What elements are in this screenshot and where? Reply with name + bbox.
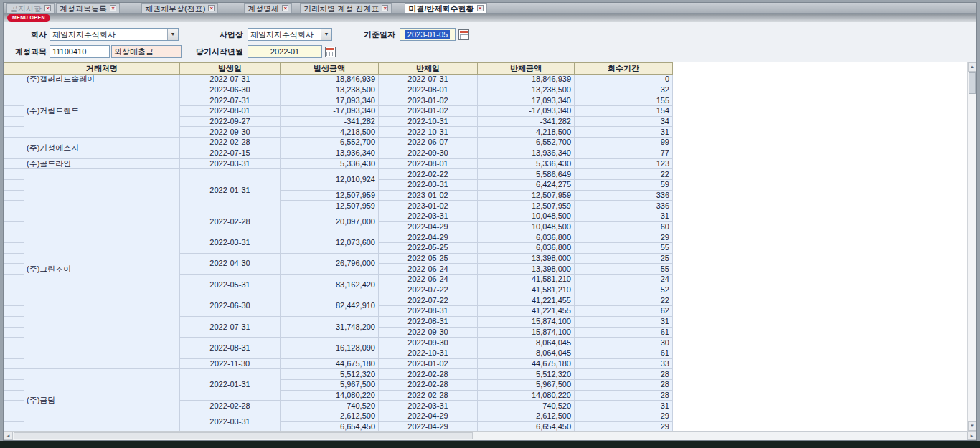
period-start-input[interactable]: 2022-01 bbox=[248, 45, 322, 58]
row-header-cell[interactable] bbox=[4, 338, 24, 348]
settle-date-cell[interactable]: 2022-02-28 bbox=[379, 379, 478, 390]
collection-days-cell[interactable]: 59 bbox=[575, 179, 673, 190]
settle-date-cell[interactable]: 2022-03-31 bbox=[379, 179, 478, 190]
occur-date-cell[interactable]: 2022-03-31 bbox=[180, 411, 281, 432]
collection-days-cell[interactable]: 60 bbox=[575, 221, 673, 232]
settle-amount-cell[interactable]: 13,936,340 bbox=[478, 148, 575, 158]
row-header-cell[interactable] bbox=[4, 116, 24, 127]
row-header-cell[interactable] bbox=[4, 211, 24, 221]
tab-close-icon[interactable]: × bbox=[282, 5, 288, 11]
scroll-down-icon[interactable]: ▼ bbox=[968, 421, 976, 431]
settle-amount-cell[interactable]: 5,967,500 bbox=[478, 379, 575, 390]
row-header-cell[interactable] bbox=[4, 275, 24, 285]
occur-date-cell[interactable]: 2022-09-27 bbox=[180, 116, 281, 127]
row-header-cell[interactable] bbox=[4, 285, 24, 295]
settle-amount-cell[interactable]: 5,586,649 bbox=[478, 169, 575, 180]
occur-amount-cell[interactable]: 5,512,320 bbox=[281, 369, 379, 380]
occur-date-cell[interactable]: 2022-07-15 bbox=[180, 148, 281, 158]
settle-amount-cell[interactable]: 5,336,430 bbox=[478, 158, 575, 169]
row-header-cell[interactable] bbox=[4, 253, 24, 264]
customer-cell[interactable]: (주)갤러리드솔레이 bbox=[24, 75, 180, 85]
settle-date-cell[interactable]: 2022-10-31 bbox=[379, 127, 478, 138]
settle-date-cell[interactable]: 2022-06-07 bbox=[379, 138, 478, 148]
tab-close-icon[interactable]: × bbox=[382, 5, 388, 11]
settle-date-cell[interactable]: 2022-08-31 bbox=[379, 306, 478, 317]
collection-days-cell[interactable]: 77 bbox=[575, 148, 673, 158]
settle-date-cell[interactable]: 2022-03-31 bbox=[379, 401, 478, 411]
occur-amount-cell[interactable]: 4,218,500 bbox=[281, 127, 379, 138]
occur-amount-cell[interactable]: 44,675,180 bbox=[281, 358, 379, 369]
horizontal-scrollbar[interactable]: ◄ ► bbox=[4, 431, 976, 440]
row-header-cell[interactable] bbox=[4, 158, 24, 169]
settle-date-cell[interactable]: 2022-09-30 bbox=[379, 327, 478, 338]
settle-amount-cell[interactable]: 17,093,340 bbox=[478, 95, 575, 106]
settle-date-cell[interactable]: 2023-01-02 bbox=[379, 190, 478, 201]
row-header-cell[interactable] bbox=[4, 295, 24, 306]
company-select[interactable]: 제일저지주식회사 ▼ bbox=[50, 28, 179, 41]
occur-date-cell[interactable]: 2022-08-01 bbox=[180, 106, 281, 117]
tab-close-icon[interactable]: × bbox=[44, 5, 51, 11]
settle-date-cell[interactable]: 2022-04-29 bbox=[379, 411, 478, 422]
row-header-cell[interactable] bbox=[4, 369, 24, 380]
row-header-cell[interactable] bbox=[4, 95, 24, 106]
row-header-cell[interactable] bbox=[4, 379, 24, 390]
collection-days-cell[interactable]: 31 bbox=[575, 316, 673, 327]
customer-cell[interactable]: (주)거성에스지 bbox=[24, 138, 180, 158]
settle-date-cell[interactable]: 2022-04-29 bbox=[379, 232, 478, 243]
settle-amount-cell[interactable]: 2,612,500 bbox=[478, 411, 575, 422]
collection-days-cell[interactable]: 24 bbox=[575, 275, 673, 285]
collection-days-cell[interactable]: 32 bbox=[575, 85, 673, 95]
collection-days-cell[interactable]: 28 bbox=[575, 390, 673, 401]
occur-amount-cell[interactable]: 6,552,700 bbox=[281, 138, 379, 148]
settle-amount-cell[interactable]: 15,874,100 bbox=[478, 327, 575, 338]
occur-date-cell[interactable]: 2022-01-31 bbox=[180, 369, 281, 401]
occur-date-cell[interactable]: 2022-07-31 bbox=[180, 95, 281, 106]
occur-amount-cell[interactable]: 13,936,340 bbox=[281, 148, 379, 158]
tab-close-icon[interactable]: × bbox=[208, 5, 215, 11]
row-header-cell[interactable] bbox=[4, 327, 24, 338]
vertical-scrollbar-thumb[interactable] bbox=[969, 72, 976, 94]
row-header-cell[interactable] bbox=[4, 201, 24, 211]
settle-amount-cell[interactable]: 6,036,800 bbox=[478, 243, 575, 254]
occur-amount-cell[interactable]: 16,128,090 bbox=[281, 338, 379, 358]
settle-amount-cell[interactable]: 740,520 bbox=[478, 401, 575, 411]
horizontal-scrollbar-track[interactable] bbox=[473, 432, 967, 440]
settle-amount-cell[interactable]: 13,238,500 bbox=[478, 85, 575, 95]
collection-days-cell[interactable]: 29 bbox=[575, 232, 673, 243]
row-header-cell[interactable] bbox=[4, 358, 24, 369]
settle-date-cell[interactable]: 2022-06-24 bbox=[379, 275, 478, 285]
settle-date-cell[interactable]: 2022-10-31 bbox=[379, 348, 478, 358]
row-header-cell[interactable] bbox=[4, 264, 24, 275]
settle-date-cell[interactable]: 2022-08-01 bbox=[379, 158, 478, 169]
occur-date-cell[interactable]: 2022-01-31 bbox=[180, 169, 281, 211]
settle-date-cell[interactable]: 2022-03-31 bbox=[379, 211, 478, 221]
collection-days-cell[interactable]: 22 bbox=[575, 169, 673, 180]
settle-amount-cell[interactable]: 41,581,210 bbox=[478, 285, 575, 295]
row-header-cell[interactable] bbox=[4, 179, 24, 190]
customer-cell[interactable]: (주)거림트렌드 bbox=[24, 85, 180, 137]
calendar-icon[interactable] bbox=[458, 29, 469, 40]
settle-amount-cell[interactable]: 5,512,320 bbox=[478, 369, 575, 380]
collection-days-cell[interactable]: 61 bbox=[575, 327, 673, 338]
chevron-down-icon[interactable]: ▼ bbox=[167, 29, 178, 40]
customer-cell[interactable]: (주)금담 bbox=[24, 369, 180, 431]
occur-amount-cell[interactable]: 17,093,340 bbox=[281, 95, 379, 106]
settle-date-cell[interactable]: 2022-05-25 bbox=[379, 243, 478, 254]
collection-days-cell[interactable]: 123 bbox=[575, 158, 673, 169]
settle-amount-cell[interactable]: 6,424,275 bbox=[478, 179, 575, 190]
row-header-cell[interactable] bbox=[4, 390, 24, 401]
occur-amount-cell[interactable]: 26,796,000 bbox=[281, 253, 379, 274]
settle-amount-cell[interactable]: 41,221,455 bbox=[478, 306, 575, 317]
settle-date-cell[interactable]: 2022-05-25 bbox=[379, 253, 478, 264]
customer-cell[interactable]: (주)골드라인 bbox=[24, 158, 180, 169]
occur-date-cell[interactable]: 2022-08-31 bbox=[180, 338, 281, 358]
row-header-cell[interactable] bbox=[4, 411, 24, 422]
settle-amount-cell[interactable]: 13,398,000 bbox=[478, 264, 575, 275]
scroll-up-icon[interactable]: ▲ bbox=[968, 62, 976, 72]
occur-amount-cell[interactable]: -12,507,959 bbox=[281, 190, 379, 201]
occur-amount-cell[interactable]: 5,336,430 bbox=[281, 158, 379, 169]
settle-date-cell[interactable]: 2022-07-22 bbox=[379, 285, 478, 295]
settle-amount-cell[interactable]: 4,218,500 bbox=[478, 127, 575, 138]
tab-1[interactable]: 공지사항× bbox=[6, 3, 55, 13]
vertical-scrollbar-track[interactable] bbox=[968, 95, 976, 421]
